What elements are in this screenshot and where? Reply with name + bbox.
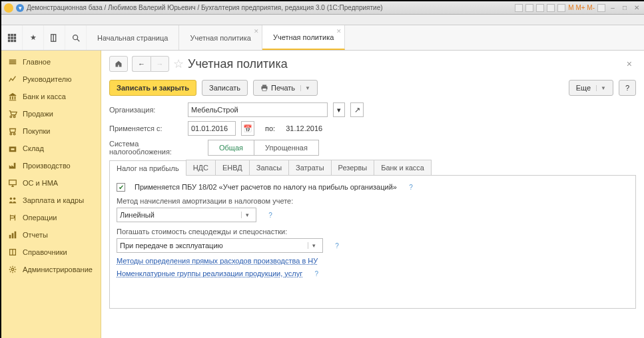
tab-close-icon[interactable]: ✕ <box>254 28 259 35</box>
org-label: Организация: <box>109 106 182 114</box>
svg-point-14 <box>13 133 15 135</box>
main-panel: ← → ☆ Учетная политика × Записать и закр… <box>101 51 644 338</box>
sidebar-item-admin[interactable]: Администрирование <box>1 261 101 278</box>
amort-label: Метод начисления амортизации в налоговом… <box>117 197 629 205</box>
sidebar-item-label: Справочники <box>23 248 67 256</box>
home-button[interactable] <box>109 56 128 72</box>
tab-strip: ★ Начальная страница Учетная политика✕ У… <box>1 25 644 51</box>
svg-rect-17 <box>13 148 15 150</box>
sp-value: При передаче в эксплуатацию <box>120 242 223 250</box>
itab-envd[interactable]: ЕНВД <box>215 160 250 175</box>
pbu-checkbox[interactable]: ✔ <box>117 183 125 192</box>
apps-icon[interactable] <box>1 25 23 50</box>
link-nomenclature[interactable]: Номенклатурные группы реализации продукц… <box>117 269 302 277</box>
help-icon[interactable]: ? <box>266 210 275 220</box>
amort-select[interactable]: Линейный▾ <box>117 208 256 222</box>
svg-rect-2 <box>13 33 16 36</box>
sidebar-item-assets[interactable]: ОС и НМА <box>1 174 101 192</box>
help-button[interactable]: ? <box>619 80 636 96</box>
svg-rect-6 <box>7 39 10 42</box>
svg-rect-5 <box>13 37 16 39</box>
tab-policy-2[interactable]: Учетная политика✕ <box>262 25 345 50</box>
sidebar-item-production[interactable]: Производство <box>1 157 101 174</box>
org-input[interactable]: МебельСтрой <box>188 102 328 117</box>
svg-rect-23 <box>15 232 17 239</box>
sp-select[interactable]: При передаче в эксплуатацию▾ <box>117 238 323 253</box>
tax-simplified-button[interactable]: Упрощенная <box>254 140 319 156</box>
toolbar-btn[interactable] <box>536 4 544 12</box>
sidebar-item-label: Главное <box>23 58 51 66</box>
print-button[interactable]: Печать▼ <box>253 80 318 96</box>
forward-button[interactable]: → <box>151 56 169 72</box>
itab-profit-tax[interactable]: Налог на прибыль <box>109 160 186 176</box>
save-button[interactable]: Записать <box>202 80 248 96</box>
sidebar-item-sales[interactable]: Продажи <box>1 105 101 122</box>
tax-system-label: Система налогообложения: <box>109 140 202 156</box>
sidebar-item-operations[interactable]: Операции <box>1 209 101 226</box>
more-button[interactable]: Еще▼ <box>569 80 613 96</box>
favorite-toggle[interactable]: ☆ <box>173 57 184 71</box>
page-title: Учетная политика <box>188 57 288 71</box>
date-from-input[interactable]: 01.01.2016 <box>188 121 236 136</box>
page-header: ← → ☆ Учетная политика × <box>101 51 644 77</box>
window-title: Демонстрационная база / Любимов Валерий … <box>27 4 383 11</box>
sidebar-item-reports[interactable]: Отчеты <box>1 226 101 244</box>
tab-label: Начальная страница <box>97 34 168 42</box>
save-and-close-button[interactable]: Записать и закрыть <box>109 80 196 96</box>
help-icon[interactable]: ? <box>406 182 416 192</box>
form-body: Организация: МебельСтрой▾↗ Применяется с… <box>101 98 644 313</box>
help-icon[interactable]: ? <box>312 269 321 278</box>
svg-rect-25 <box>262 85 266 86</box>
tab-close-icon[interactable]: ✕ <box>336 28 342 35</box>
close-icon[interactable]: ✕ <box>632 3 641 13</box>
toolbar-btn[interactable] <box>525 4 533 12</box>
sidebar-item-warehouse[interactable]: Склад <box>1 140 101 157</box>
tab-home[interactable]: Начальная страница <box>87 25 179 50</box>
back-button[interactable]: ← <box>132 56 151 72</box>
date-picker-btn[interactable]: 📅 <box>241 121 254 136</box>
minimize-icon[interactable]: – <box>608 3 617 13</box>
maximize-icon[interactable]: □ <box>620 3 629 13</box>
itab-stock[interactable]: Запасы <box>249 160 289 175</box>
svg-point-24 <box>11 268 14 271</box>
svg-rect-22 <box>12 233 14 238</box>
tax-general-button[interactable]: Общая <box>208 140 254 156</box>
svg-rect-4 <box>11 37 13 39</box>
svg-rect-18 <box>9 180 17 185</box>
sidebar-item-bank[interactable]: Банк и касса <box>1 88 101 105</box>
search-icon[interactable] <box>65 25 87 50</box>
toolbar-btn[interactable] <box>597 4 605 12</box>
itab-bank[interactable]: Банк и касса <box>374 160 432 175</box>
pbu-label: Применяется ПБУ 18/02 «Учет расчетов по … <box>135 183 397 191</box>
org-open-btn[interactable]: ↗ <box>350 102 364 117</box>
itab-costs[interactable]: Затраты <box>288 160 332 175</box>
org-select-btn[interactable]: ▾ <box>333 102 345 117</box>
toolbar-btn[interactable] <box>547 4 555 12</box>
sidebar-item-hr[interactable]: Зарплата и кадры <box>1 192 101 209</box>
tab-policy-1[interactable]: Учетная политика✕ <box>179 25 262 50</box>
sidebar-item-catalogs[interactable]: Справочники <box>1 244 101 261</box>
favorites-icon[interactable]: ★ <box>23 25 44 50</box>
help-icon[interactable]: ? <box>332 241 342 250</box>
sidebar-item-purchase[interactable]: Покупки <box>1 122 101 140</box>
sidebar-item-main[interactable]: Главное <box>1 53 101 71</box>
svg-point-11 <box>10 116 12 118</box>
tab-label: Учетная политика <box>190 34 250 42</box>
sidebar-item-manager[interactable]: Руководителю <box>1 71 101 88</box>
itab-vat[interactable]: НДС <box>186 160 216 175</box>
printer-icon <box>260 84 268 92</box>
toolbar-btn[interactable] <box>557 4 565 12</box>
svg-rect-16 <box>11 148 13 150</box>
tab-label: Учетная политика <box>273 33 334 41</box>
history-icon[interactable] <box>44 25 65 50</box>
svg-point-13 <box>10 133 12 135</box>
panel-close-icon[interactable]: × <box>623 59 636 69</box>
toolbar-btn[interactable] <box>515 4 523 12</box>
link-methods[interactable]: Методы определения прямых расходов произ… <box>117 257 318 265</box>
dropdown-icon[interactable]: ▾ <box>16 4 24 12</box>
itab-reserves[interactable]: Резервы <box>331 160 375 175</box>
sidebar-item-label: Банк и касса <box>23 92 66 100</box>
svg-rect-21 <box>9 235 11 238</box>
org-value: МебельСтрой <box>191 106 238 114</box>
sidebar-item-label: Руководителю <box>23 75 71 83</box>
